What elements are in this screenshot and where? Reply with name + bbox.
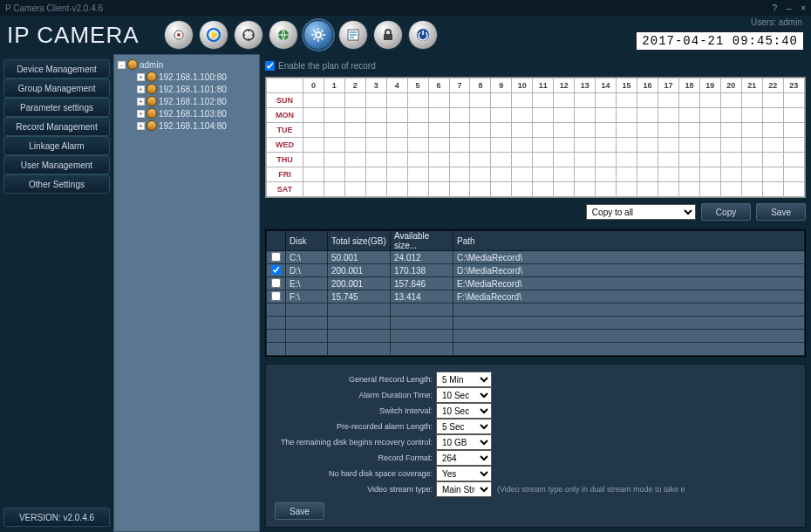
schedule-cell[interactable] (596, 138, 617, 153)
schedule-cell[interactable] (575, 93, 596, 108)
disk-checkbox[interactable] (271, 252, 281, 262)
schedule-cell[interactable] (658, 182, 678, 197)
schedule-cell[interactable] (407, 182, 428, 197)
schedule-cell[interactable] (344, 182, 365, 197)
schedule-cell[interactable] (637, 167, 658, 182)
schedule-cell[interactable] (386, 123, 407, 138)
schedule-cell[interactable] (491, 108, 512, 123)
schedule-cell[interactable] (428, 138, 449, 153)
schedule-cell[interactable] (386, 153, 407, 167)
schedule-cell[interactable] (762, 153, 783, 167)
schedule-cell[interactable] (596, 153, 617, 167)
schedule-cell[interactable] (428, 153, 449, 167)
schedule-cell[interactable] (344, 167, 365, 182)
schedule-cell[interactable] (428, 182, 449, 197)
schedule-cell[interactable] (365, 182, 386, 197)
schedule-cell[interactable] (386, 93, 407, 108)
help-icon[interactable]: ? (772, 3, 777, 13)
schedule-cell[interactable] (720, 153, 741, 167)
schedule-cell[interactable] (303, 108, 324, 123)
schedule-cell[interactable] (365, 153, 386, 167)
schedule-cell[interactable] (699, 138, 720, 153)
schedule-cell[interactable] (303, 123, 324, 138)
schedule-cell[interactable] (449, 153, 470, 167)
schedule-cell[interactable] (699, 108, 720, 123)
schedule-cell[interactable] (491, 167, 512, 182)
schedule-cell[interactable] (720, 138, 741, 153)
schedule-cell[interactable] (428, 108, 449, 123)
schedule-cell[interactable] (554, 138, 575, 153)
setting-select[interactable]: 10 Sec (436, 403, 492, 419)
disk-checkbox[interactable] (271, 291, 281, 301)
schedule-cell[interactable] (617, 167, 637, 182)
expand-icon[interactable]: + (137, 122, 145, 130)
schedule-cell[interactable] (658, 108, 678, 123)
setting-select[interactable]: 10 Sec (436, 387, 492, 403)
schedule-cell[interactable] (617, 138, 637, 153)
schedule-cell[interactable] (365, 138, 386, 153)
schedule-cell[interactable] (658, 153, 678, 167)
schedule-cell[interactable] (720, 167, 741, 182)
schedule-cell[interactable] (533, 93, 554, 108)
schedule-cell[interactable] (741, 153, 762, 167)
schedule-cell[interactable] (407, 167, 428, 182)
schedule-cell[interactable] (303, 167, 324, 182)
schedule-cell[interactable] (533, 182, 554, 197)
setting-select[interactable]: 5 Sec (436, 419, 492, 434)
settings-icon[interactable] (303, 20, 333, 50)
schedule-cell[interactable] (658, 138, 678, 153)
schedule-cell[interactable] (741, 138, 762, 153)
nav-record-management[interactable]: Record Management (3, 117, 110, 136)
tree-device[interactable]: +192.168.1.104:80 (116, 119, 257, 132)
schedule-cell[interactable] (386, 108, 407, 123)
schedule-cell[interactable] (470, 167, 491, 182)
schedule-cell[interactable] (762, 123, 783, 138)
schedule-cell[interactable] (596, 182, 617, 197)
schedule-cell[interactable] (533, 138, 554, 153)
tree-device[interactable]: +192.168.1.100:80 (116, 71, 257, 83)
schedule-cell[interactable] (428, 167, 449, 182)
schedule-cell[interactable] (637, 182, 658, 197)
schedule-cell[interactable] (303, 182, 324, 197)
expand-icon[interactable]: + (137, 73, 145, 81)
schedule-cell[interactable] (596, 123, 617, 138)
camera-icon[interactable] (164, 20, 194, 50)
schedule-cell[interactable] (554, 123, 575, 138)
schedule-cell[interactable] (449, 93, 470, 108)
schedule-cell[interactable] (678, 138, 699, 153)
schedule-cell[interactable] (720, 182, 741, 197)
schedule-cell[interactable] (324, 182, 344, 197)
schedule-cell[interactable] (554, 167, 575, 182)
schedule-cell[interactable] (720, 93, 741, 108)
schedule-cell[interactable] (449, 167, 470, 182)
expand-icon[interactable]: + (137, 85, 145, 93)
schedule-cell[interactable] (344, 108, 365, 123)
schedule-cell[interactable] (617, 108, 637, 123)
schedule-cell[interactable] (762, 138, 783, 153)
nav-other-settings[interactable]: Other Settings (3, 174, 110, 194)
close-icon[interactable]: × (801, 3, 806, 13)
schedule-cell[interactable] (554, 93, 575, 108)
schedule-cell[interactable] (407, 93, 428, 108)
schedule-cell[interactable] (324, 93, 344, 108)
schedule-cell[interactable] (470, 108, 491, 123)
schedule-cell[interactable] (554, 108, 575, 123)
schedule-cell[interactable] (637, 138, 658, 153)
schedule-cell[interactable] (637, 153, 658, 167)
log-icon[interactable] (338, 20, 368, 50)
schedule-cell[interactable] (762, 182, 783, 197)
schedule-cell[interactable] (470, 138, 491, 153)
schedule-cell[interactable] (512, 123, 533, 138)
schedule-cell[interactable] (678, 123, 699, 138)
schedule-cell[interactable] (533, 167, 554, 182)
schedule-cell[interactable] (470, 153, 491, 167)
schedule-cell[interactable] (386, 167, 407, 182)
schedule-cell[interactable] (762, 108, 783, 123)
disk-checkbox[interactable] (271, 278, 281, 288)
setting-select[interactable]: 264 (436, 450, 492, 466)
schedule-cell[interactable] (741, 108, 762, 123)
schedule-cell[interactable] (344, 138, 365, 153)
tree-root[interactable]: - admin (116, 58, 257, 71)
minimize-icon[interactable]: – (787, 3, 792, 13)
schedule-cell[interactable] (596, 167, 617, 182)
